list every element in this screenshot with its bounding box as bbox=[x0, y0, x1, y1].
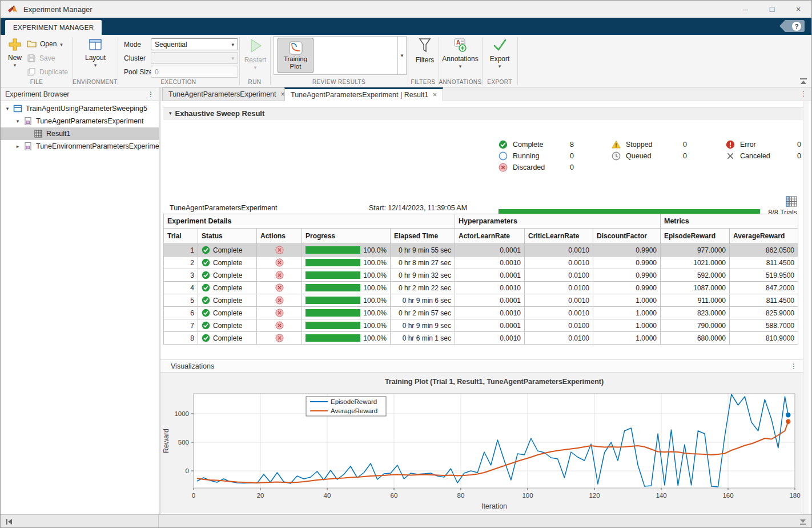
annotations-dropdown-arrow[interactable]: ▾ bbox=[459, 64, 462, 69]
row-progress-bar bbox=[305, 297, 360, 304]
status-label: Complete bbox=[513, 141, 544, 149]
cell-actor-learn-rate: 0.0001 bbox=[455, 319, 525, 332]
tab-bar-menu-icon[interactable]: ⋮ bbox=[800, 90, 807, 98]
table-row-trial-6[interactable]: 6Complete100.0%0 hr 2 min 57 sec0.00100.… bbox=[164, 307, 798, 319]
column-header-Actions[interactable]: Actions bbox=[257, 229, 302, 244]
complete-icon bbox=[202, 296, 210, 305]
column-header-DiscountFactor[interactable]: DiscountFactor bbox=[593, 229, 661, 244]
tab-close-icon[interactable]: × bbox=[433, 91, 437, 99]
collapse-left-panel-icon[interactable] bbox=[5, 518, 13, 526]
visualizations-menu-icon[interactable]: ⋮ bbox=[790, 362, 797, 370]
browser-menu-icon[interactable]: ⋮ bbox=[147, 90, 154, 98]
tab-experiment-manager[interactable]: EXPERIMENT MANAGER bbox=[5, 20, 102, 35]
restart-label: Restart bbox=[244, 56, 267, 64]
filters-button[interactable]: Filters bbox=[411, 37, 439, 64]
close-button[interactable]: × bbox=[785, 1, 811, 18]
table-row-trial-2[interactable]: 2Complete100.0%0 hr 8 min 27 sec0.00100.… bbox=[164, 257, 798, 269]
table-row-trial-8[interactable]: 8Complete100.0%0 hr 6 min 1 sec0.00100.0… bbox=[164, 332, 798, 345]
table-row-trial-5[interactable]: 5Complete100.0%0 hr 9 min 6 sec0.00010.0… bbox=[164, 294, 798, 307]
discard-action-icon[interactable] bbox=[275, 309, 284, 317]
discarded-icon bbox=[275, 271, 284, 279]
column-header-AverageReward[interactable]: AverageReward bbox=[730, 229, 798, 244]
column-header-CriticLearnRate[interactable]: CriticLearnRate bbox=[525, 229, 593, 244]
annotations-button[interactable]: A Annotations ▾ bbox=[442, 37, 479, 69]
discard-action-icon[interactable] bbox=[275, 321, 284, 330]
tree-item-TuneAgentParametersExperiment[interactable]: ▾TuneAgentParametersExperiment bbox=[1, 115, 159, 127]
end-marker-EpisodeReward bbox=[786, 413, 790, 417]
cluster-select[interactable]: ▾ bbox=[151, 52, 238, 64]
open-dropdown-arrow[interactable]: ▾ bbox=[60, 42, 63, 47]
tree-item-TuneEnvironmentParametersExperiment[interactable]: ▸TuneEnvironmentParametersExperiment bbox=[1, 140, 159, 153]
table-row-trial-3[interactable]: 3Complete100.0%0 hr 9 min 32 sec0.00010.… bbox=[164, 269, 798, 282]
visualizations-header[interactable]: Visualizations ⋮ bbox=[160, 359, 803, 373]
cell-critic-learn-rate: 0.0100 bbox=[525, 332, 593, 345]
layout-button[interactable]: Layout ▾ bbox=[82, 37, 109, 67]
discard-action-icon[interactable] bbox=[275, 283, 284, 292]
column-header-Progress[interactable]: Progress bbox=[302, 229, 391, 244]
layout-dropdown-arrow[interactable]: ▾ bbox=[94, 63, 97, 67]
save-button[interactable]: Save bbox=[27, 54, 55, 63]
cell-status: Complete bbox=[198, 257, 257, 269]
cell-average-reward: 847.2000 bbox=[730, 282, 798, 294]
discard-action-icon[interactable] bbox=[275, 296, 284, 305]
complete-icon bbox=[202, 321, 210, 330]
export-button[interactable]: Export ▾ bbox=[487, 37, 513, 69]
duplicate-icon bbox=[27, 67, 36, 77]
expander-icon[interactable]: ▾ bbox=[14, 118, 21, 124]
new-dropdown-arrow[interactable]: ▾ bbox=[14, 63, 17, 67]
review-results-section-label: REVIEW RESULTS bbox=[270, 79, 408, 85]
mode-select[interactable]: Sequential ▾ bbox=[151, 38, 238, 50]
restart-button[interactable]: Restart ▾ bbox=[243, 37, 268, 70]
cell-progress: 100.0% bbox=[302, 332, 391, 345]
table-row-trial-1[interactable]: 1Complete100.0%0 hr 9 min 55 sec0.00010.… bbox=[164, 244, 798, 257]
cell-critic-learn-rate: 0.0100 bbox=[525, 282, 593, 294]
cell-episode-reward: 1087.0000 bbox=[661, 282, 730, 294]
column-selection-icon[interactable] bbox=[785, 196, 798, 207]
table-row-trial-4[interactable]: 4Complete100.0%0 hr 2 min 22 sec0.00100.… bbox=[164, 282, 798, 294]
collapse-ribbon-icon[interactable] bbox=[799, 78, 808, 85]
column-header-ActorLearnRate[interactable]: ActorLearnRate bbox=[455, 229, 525, 244]
discard-action-icon[interactable] bbox=[275, 271, 284, 279]
cell-status: Complete bbox=[198, 282, 257, 294]
project-icon bbox=[13, 104, 22, 113]
duplicate-button[interactable]: Duplicate bbox=[27, 67, 68, 77]
collapse-bottom-panel-icon[interactable] bbox=[799, 518, 807, 526]
result-section-header[interactable]: ▾ Exhaustive Sweep Result bbox=[163, 107, 803, 119]
svg-text:60: 60 bbox=[391, 492, 398, 499]
document-tab-1[interactable]: TuneAgentParametersExperiment | Result1× bbox=[284, 87, 443, 101]
column-header-Elapsed Time[interactable]: Elapsed Time bbox=[391, 229, 455, 244]
export-label: Export bbox=[490, 55, 510, 63]
new-button[interactable]: New ▾ bbox=[5, 37, 25, 67]
export-dropdown-arrow[interactable]: ▾ bbox=[499, 64, 501, 69]
column-header-EpisodeReward[interactable]: EpisodeReward bbox=[661, 229, 730, 244]
svg-text:180: 180 bbox=[789, 492, 800, 499]
pool-size-input[interactable] bbox=[151, 66, 238, 78]
status-label: Error bbox=[740, 141, 756, 149]
table-row-trial-7[interactable]: 7Complete100.0%0 hr 9 min 9 sec0.00010.0… bbox=[164, 319, 798, 332]
tree-item-Result1[interactable]: Result1 bbox=[1, 127, 159, 140]
maximize-button[interactable]: □ bbox=[759, 1, 785, 18]
column-header-Trial[interactable]: Trial bbox=[164, 229, 198, 244]
expander-icon[interactable]: ▾ bbox=[4, 106, 11, 111]
expander-icon[interactable]: ▸ bbox=[14, 143, 21, 149]
document-tab-0[interactable]: TuneAgentParametersExperiment× bbox=[162, 87, 291, 101]
training-plot-button[interactable]: Training Plot bbox=[278, 38, 313, 73]
tree-item-TrainAgentUsingParameterSweeping5[interactable]: ▾TrainAgentUsingParameterSweeping5 bbox=[1, 102, 159, 115]
title-bar: Experiment Manager – □ × bbox=[1, 1, 811, 18]
vertical-scrollbar[interactable] bbox=[803, 101, 809, 514]
minimize-button[interactable]: – bbox=[733, 1, 759, 18]
matlab-logo bbox=[7, 4, 18, 14]
svg-text:0: 0 bbox=[186, 467, 189, 474]
discard-action-icon[interactable] bbox=[275, 246, 284, 254]
discard-action-icon[interactable] bbox=[275, 334, 284, 342]
cell-actions bbox=[257, 282, 302, 294]
cell-discount-factor: 1.0000 bbox=[593, 332, 661, 345]
open-button[interactable]: Open ▾ bbox=[27, 39, 63, 48]
discard-action-icon[interactable] bbox=[275, 258, 284, 267]
column-header-Status[interactable]: Status bbox=[198, 229, 257, 244]
gallery-dropdown-arrow[interactable]: ▾ bbox=[397, 37, 406, 74]
error-icon bbox=[726, 140, 735, 149]
help-button[interactable]: ? bbox=[779, 20, 805, 32]
stopped-icon bbox=[612, 140, 621, 149]
cell-episode-reward: 1021.0000 bbox=[661, 257, 730, 269]
